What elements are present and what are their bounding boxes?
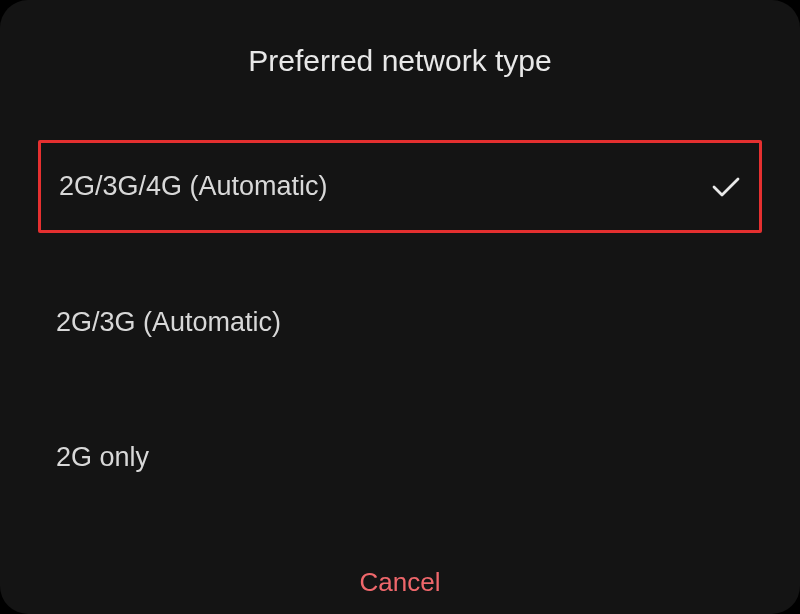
dialog-title: Preferred network type xyxy=(0,44,800,78)
option-label: 2G only xyxy=(56,442,744,473)
option-label: 2G/3G/4G (Automatic) xyxy=(59,171,711,202)
network-option-2g-3g-auto[interactable]: 2G/3G (Automatic) xyxy=(0,277,800,368)
check-icon xyxy=(711,172,741,202)
option-label: 2G/3G (Automatic) xyxy=(56,307,744,338)
network-option-2g-only[interactable]: 2G only xyxy=(0,412,800,503)
network-option-2g-3g-4g-auto[interactable]: 2G/3G/4G (Automatic) xyxy=(38,140,762,233)
cancel-button[interactable]: Cancel xyxy=(0,547,800,614)
network-type-dialog: Preferred network type 2G/3G/4G (Automat… xyxy=(0,0,800,614)
